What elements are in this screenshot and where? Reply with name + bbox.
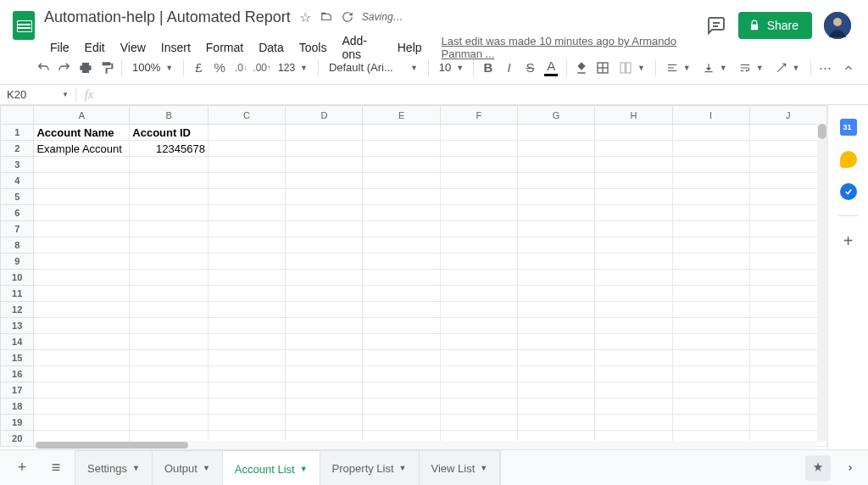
cell-I13[interactable] bbox=[672, 318, 749, 334]
cell-A10[interactable] bbox=[34, 270, 130, 286]
cell-I7[interactable] bbox=[672, 221, 749, 237]
cell-I17[interactable] bbox=[672, 382, 749, 399]
cell-J4[interactable] bbox=[749, 173, 826, 189]
cell-A15[interactable] bbox=[34, 350, 130, 366]
cell-J12[interactable] bbox=[749, 302, 826, 318]
cell-F9[interactable] bbox=[440, 254, 517, 270]
cell-H17[interactable] bbox=[595, 382, 672, 399]
name-box[interactable]: K20▼ bbox=[0, 88, 76, 101]
document-title[interactable]: Automation-help | Automated Report bbox=[44, 8, 291, 26]
more-toolbar-icon[interactable]: ⋯ bbox=[815, 57, 835, 79]
cell-A17[interactable] bbox=[34, 382, 130, 399]
cell-C16[interactable] bbox=[208, 366, 285, 382]
cell-G19[interactable] bbox=[517, 415, 594, 431]
row-header-11[interactable]: 11 bbox=[1, 286, 34, 302]
cell-I19[interactable] bbox=[672, 415, 749, 431]
cell-B3[interactable] bbox=[130, 157, 209, 173]
cell-H13[interactable] bbox=[595, 318, 672, 334]
cell-F10[interactable] bbox=[440, 270, 517, 286]
cell-B2[interactable]: 12345678 bbox=[130, 141, 209, 157]
cell-J7[interactable] bbox=[749, 221, 826, 237]
cell-I12[interactable] bbox=[672, 302, 749, 318]
cell-G10[interactable] bbox=[517, 270, 594, 286]
cell-C15[interactable] bbox=[208, 350, 285, 366]
cell-H10[interactable] bbox=[595, 270, 672, 286]
cell-I1[interactable] bbox=[672, 125, 749, 141]
row-header-1[interactable]: 1 bbox=[1, 125, 34, 141]
row-header-3[interactable]: 3 bbox=[1, 157, 34, 173]
select-all-corner[interactable] bbox=[1, 106, 34, 125]
cell-I2[interactable] bbox=[672, 141, 749, 157]
cell-H3[interactable] bbox=[595, 157, 672, 173]
cell-D18[interactable] bbox=[286, 399, 363, 415]
cell-B9[interactable] bbox=[130, 254, 209, 270]
user-avatar[interactable] bbox=[824, 12, 851, 39]
cell-A2[interactable]: Example Account bbox=[34, 141, 130, 157]
cell-A13[interactable] bbox=[34, 318, 130, 334]
keep-icon[interactable] bbox=[840, 151, 857, 168]
cell-F15[interactable] bbox=[440, 350, 517, 366]
cell-H16[interactable] bbox=[595, 366, 672, 382]
grid[interactable]: ABCDEFGHIJ1Account NameAccount ID2Exampl… bbox=[0, 105, 827, 449]
cell-C1[interactable] bbox=[208, 125, 285, 141]
cell-H7[interactable] bbox=[595, 221, 672, 237]
cell-A19[interactable] bbox=[34, 415, 130, 431]
cell-C2[interactable] bbox=[208, 141, 285, 157]
cell-J17[interactable] bbox=[749, 382, 826, 399]
cell-H11[interactable] bbox=[595, 286, 672, 302]
cell-G1[interactable] bbox=[517, 125, 594, 141]
row-header-2[interactable]: 2 bbox=[1, 141, 34, 157]
cell-I6[interactable] bbox=[672, 205, 749, 221]
cell-E4[interactable] bbox=[363, 173, 440, 189]
cell-J6[interactable] bbox=[749, 205, 826, 221]
cell-D11[interactable] bbox=[286, 286, 363, 302]
add-addon-icon[interactable]: + bbox=[843, 231, 854, 251]
zoom-select[interactable]: 100%▼ bbox=[127, 61, 178, 74]
cell-C12[interactable] bbox=[208, 302, 285, 318]
cell-G17[interactable] bbox=[517, 382, 594, 399]
comments-icon[interactable] bbox=[706, 15, 726, 36]
number-format-select[interactable]: 123▼ bbox=[273, 62, 313, 74]
row-header-5[interactable]: 5 bbox=[1, 189, 34, 205]
cell-F5[interactable] bbox=[440, 189, 517, 205]
fill-color-icon[interactable] bbox=[571, 57, 591, 79]
cell-J18[interactable] bbox=[749, 399, 826, 415]
cell-H9[interactable] bbox=[595, 254, 672, 270]
cell-B16[interactable] bbox=[130, 366, 209, 382]
cell-J9[interactable] bbox=[749, 254, 826, 270]
cell-E5[interactable] bbox=[363, 189, 440, 205]
cell-I4[interactable] bbox=[672, 173, 749, 189]
cell-G11[interactable] bbox=[517, 286, 594, 302]
cell-D9[interactable] bbox=[286, 254, 363, 270]
cell-C17[interactable] bbox=[208, 382, 285, 399]
undo-icon[interactable] bbox=[34, 57, 53, 79]
col-header-E[interactable]: E bbox=[363, 106, 440, 125]
strikethrough-icon[interactable]: S bbox=[520, 57, 540, 79]
cell-F11[interactable] bbox=[440, 286, 517, 302]
cell-I15[interactable] bbox=[672, 350, 749, 366]
cell-C4[interactable] bbox=[208, 173, 285, 189]
cell-B7[interactable] bbox=[130, 221, 209, 237]
cell-H15[interactable] bbox=[595, 350, 672, 366]
cell-J19[interactable] bbox=[749, 415, 826, 431]
cell-F13[interactable] bbox=[440, 318, 517, 334]
cell-F14[interactable] bbox=[440, 334, 517, 350]
move-icon[interactable] bbox=[320, 11, 333, 23]
cell-E2[interactable] bbox=[363, 141, 440, 157]
wrap-icon[interactable]: ▼ bbox=[734, 62, 769, 74]
row-header-9[interactable]: 9 bbox=[1, 254, 34, 270]
col-header-A[interactable]: A bbox=[34, 106, 130, 125]
tasks-icon[interactable] bbox=[840, 183, 857, 200]
cell-A5[interactable] bbox=[34, 189, 130, 205]
cell-G13[interactable] bbox=[517, 318, 594, 334]
cell-E9[interactable] bbox=[363, 254, 440, 270]
cell-D13[interactable] bbox=[286, 318, 363, 334]
cell-D3[interactable] bbox=[286, 157, 363, 173]
cell-B11[interactable] bbox=[130, 286, 209, 302]
row-header-19[interactable]: 19 bbox=[1, 415, 34, 431]
row-header-17[interactable]: 17 bbox=[1, 382, 34, 399]
cell-H12[interactable] bbox=[595, 302, 672, 318]
row-header-14[interactable]: 14 bbox=[1, 334, 34, 350]
cell-H1[interactable] bbox=[595, 125, 672, 141]
row-header-12[interactable]: 12 bbox=[1, 302, 34, 318]
